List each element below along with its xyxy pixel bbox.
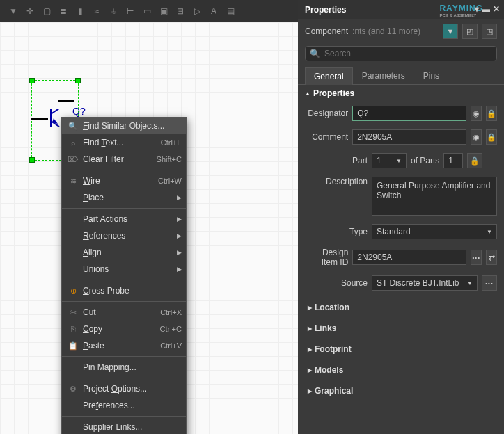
menu-label: Paste <box>80 341 160 351</box>
menu-label: References <box>80 231 177 241</box>
menu-references[interactable]: References▶ <box>62 227 186 244</box>
menu-copy[interactable]: ⎘CopyCtrl+C <box>62 321 186 337</box>
description-text[interactable]: General Purpose Amplifier and Switch <box>372 177 497 216</box>
pin <box>58 100 74 102</box>
menu-label: Part Actions <box>80 214 177 224</box>
menu-label: Wire <box>80 176 158 186</box>
menu-project-options[interactable]: ⚙Project Options... <box>62 380 186 397</box>
mode1-button[interactable]: ◰ <box>462 24 478 39</box>
browse-button[interactable] <box>482 275 497 291</box>
note-tool[interactable]: ▣ <box>156 3 171 19</box>
tab-pins[interactable]: Pins <box>414 67 448 84</box>
swap-button[interactable]: ⇄ <box>486 250 497 265</box>
menu-part-actions[interactable]: Part Actions▶ <box>62 211 186 227</box>
tab-general[interactable]: General <box>305 67 353 85</box>
menu-label: Preferences... <box>80 401 182 410</box>
submenu-arrow: ▶ <box>177 216 182 223</box>
resize-handle[interactable] <box>29 78 35 83</box>
dropdown-icon[interactable]: ▾ <box>475 4 479 14</box>
highlight-tool[interactable]: ▮ <box>72 3 88 19</box>
sheet-tool[interactable]: ▤ <box>223 3 238 19</box>
wave-tool[interactable]: ≈ <box>89 3 104 19</box>
part-select[interactable]: 1▼ <box>372 153 407 168</box>
panel-title: Properties RAYMING PCB & ASSEMBLY ▾ ▬ ✕ <box>298 0 504 19</box>
menu-separator <box>62 208 186 209</box>
menu-icon: ⌦ <box>66 155 80 164</box>
designator-label[interactable]: Q? <box>72 106 86 117</box>
section-location[interactable]: ▶Location <box>298 299 504 316</box>
menu-find-similar-objects[interactable]: 🔍Find Similar Objects... <box>62 118 186 134</box>
expand-icon: ▶ <box>308 305 312 311</box>
port-tool[interactable]: ▷ <box>189 3 205 19</box>
panel-controls: ▾ ▬ ✕ <box>475 4 500 14</box>
text-tool[interactable]: A <box>206 3 221 19</box>
menu-paste[interactable]: 📋PasteCtrl+V <box>62 337 186 354</box>
type-select[interactable]: Standard▼ <box>372 224 497 239</box>
dimension-tool[interactable]: ⊢ <box>123 3 138 19</box>
menu-label: Find Text... <box>80 138 161 147</box>
lock-button[interactable]: 🔒 <box>467 153 482 168</box>
section-properties[interactable]: ▲Properties <box>298 85 504 102</box>
menu-label: Project Options... <box>80 384 182 394</box>
design-item-input[interactable] <box>352 250 466 265</box>
menu-preferences[interactable]: Preferences... <box>62 397 186 414</box>
submenu-arrow: ▶ <box>177 232 182 239</box>
minimize-icon[interactable]: ▬ <box>482 4 490 14</box>
filter-tool[interactable]: ▼ <box>6 3 21 19</box>
component-label: Component <box>305 26 348 36</box>
menu-find-text[interactable]: ⌕Find Text...Ctrl+F <box>62 134 186 151</box>
tab-parameters[interactable]: Parameters <box>353 67 414 84</box>
menu-cut[interactable]: ✂CutCtrl+X <box>62 304 186 321</box>
menu-cross-probe[interactable]: ⊕Cross Probe <box>62 282 186 299</box>
netlabel-tool[interactable]: ▭ <box>139 3 155 19</box>
menu-label: Find Similar Objects... <box>80 121 182 131</box>
comment-input[interactable] <box>352 129 466 145</box>
section-graphical[interactable]: ▶Graphical <box>298 383 504 399</box>
of-parts-label: of Parts <box>411 156 439 166</box>
field-label: Designator <box>305 108 348 118</box>
align-left-tool[interactable]: ≣ <box>56 3 71 19</box>
ground-tool[interactable]: ⏚ <box>106 3 121 19</box>
section-links[interactable]: ▶Links <box>298 320 504 337</box>
designator-input[interactable] <box>352 106 466 121</box>
close-icon[interactable]: ✕ <box>493 4 500 14</box>
menu-align[interactable]: Align▶ <box>62 244 186 261</box>
menu-place[interactable]: Place▶ <box>62 189 186 206</box>
section-footprint[interactable]: ▶Footprint <box>298 341 504 357</box>
dash-tool[interactable]: ⊟ <box>173 3 188 19</box>
submenu-arrow: ▶ <box>177 249 182 256</box>
menu-pin-mapping[interactable]: Pin Mapping... <box>62 359 186 376</box>
filter-button[interactable]: ▼ <box>443 24 458 39</box>
menu-label: Place <box>80 193 177 202</box>
submenu-arrow: ▶ <box>177 194 182 201</box>
lock-button[interactable]: 🔒 <box>486 106 497 121</box>
menu-icon: 🔍 <box>66 122 80 131</box>
of-parts-input[interactable] <box>443 153 463 168</box>
visibility-button[interactable]: ◉ <box>471 106 482 121</box>
menu-label: Clear Filter <box>80 154 157 164</box>
menu-separator <box>62 356 186 357</box>
resize-handle[interactable] <box>75 78 81 83</box>
lock-button[interactable]: 🔒 <box>486 129 497 145</box>
panel-title-text: Properties <box>305 5 346 15</box>
mode2-button[interactable]: ◳ <box>482 24 497 39</box>
section-models[interactable]: ▶Models <box>298 362 504 378</box>
field-label: Description <box>305 177 368 186</box>
browse-button[interactable] <box>471 250 482 265</box>
menu-icon: ✂ <box>66 308 80 317</box>
menu-shortcut: Ctrl+F <box>161 138 182 147</box>
menu-label: Cut <box>80 307 160 317</box>
select-box-tool[interactable]: ▢ <box>39 3 54 19</box>
menu-clear-filter[interactable]: ⌦Clear FilterShift+C <box>62 151 186 168</box>
search-input[interactable] <box>324 49 492 58</box>
crosshair-tool[interactable]: ✛ <box>22 3 38 19</box>
menu-shortcut: Ctrl+W <box>158 177 182 185</box>
resize-handle[interactable] <box>29 157 35 163</box>
source-select[interactable]: ST Discrete BJT.IntLib▼ <box>372 275 478 291</box>
search-box[interactable]: 🔍 <box>305 46 497 61</box>
visibility-button[interactable]: ◉ <box>471 129 482 145</box>
menu-supplier-links[interactable]: Supplier Links... <box>62 419 186 434</box>
menu-unions[interactable]: Unions▶ <box>62 261 186 278</box>
menu-wire[interactable]: ≋WireCtrl+W <box>62 172 186 189</box>
expand-icon: ▶ <box>308 326 312 332</box>
